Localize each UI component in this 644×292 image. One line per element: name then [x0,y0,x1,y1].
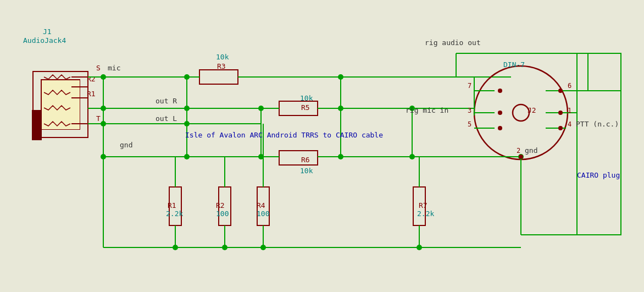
schematic-canvas [0,0,644,292]
